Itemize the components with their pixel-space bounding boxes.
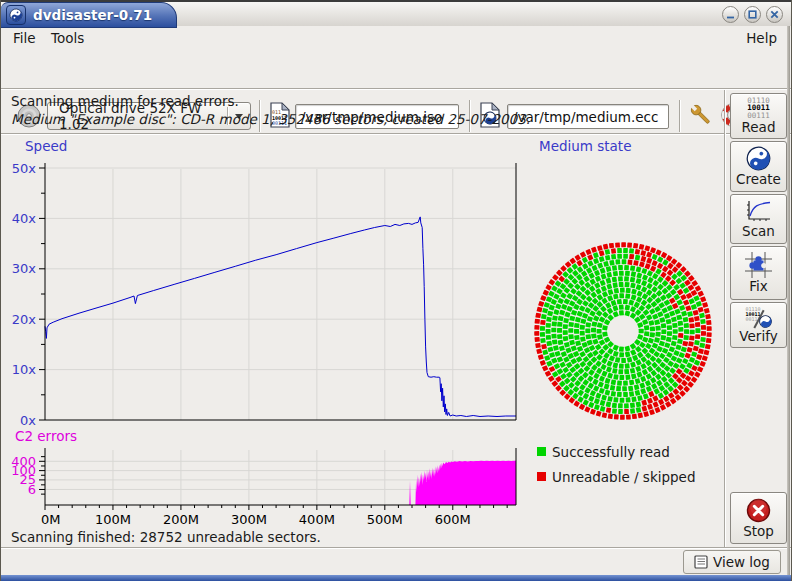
dvdisaster-window: dvdisaster-0.71 File Tools Help: [0, 0, 792, 581]
svg-text:50x: 50x: [12, 161, 37, 176]
read-binary-icon: 01110 10011 00111: [747, 97, 770, 120]
status-header: Scanning medium for read errors. Medium …: [11, 92, 530, 128]
scan-button[interactable]: Scan: [730, 194, 787, 244]
ecc-file-input[interactable]: [507, 104, 669, 129]
svg-text:0M: 0M: [41, 512, 61, 527]
titlebar[interactable]: dvdisaster-0.71: [1, 0, 791, 26]
title-tab: dvdisaster-0.71: [1, 2, 177, 28]
window-bottom-border: [1, 575, 791, 581]
read-button[interactable]: 01110 10011 00111 Read: [730, 93, 787, 139]
window-title: dvdisaster-0.71: [33, 7, 152, 23]
svg-text:30x: 30x: [12, 261, 37, 276]
stop-button[interactable]: Stop: [730, 492, 787, 544]
action-sidebar: 01110 10011 00111 Read Create: [728, 90, 789, 547]
app-yinyang-icon: [6, 5, 26, 25]
svg-text:300M: 300M: [231, 512, 267, 527]
maximize-button[interactable]: [744, 6, 761, 23]
menu-help[interactable]: Help: [740, 28, 783, 48]
svg-text:400M: 400M: [299, 512, 335, 527]
preferences-wrench-icon[interactable]: [687, 101, 715, 129]
close-button[interactable]: [766, 6, 783, 23]
svg-text:400: 400: [11, 454, 36, 469]
legend-unreadable: Unreadable / skipped: [537, 464, 695, 489]
create-yinyang-icon: [746, 146, 771, 171]
status-line2: Medium "Example disc": CD-R mode 1, 3524…: [11, 110, 530, 128]
medium-state-legend: Successfully read Unreadable / skipped: [537, 439, 695, 489]
svg-text:0x: 0x: [20, 413, 36, 428]
svg-text:200M: 200M: [163, 512, 199, 527]
unreadable-swatch: [537, 472, 546, 481]
stop-icon: [746, 498, 771, 523]
fix-puzzle-icon: [745, 252, 772, 278]
read-swatch: [537, 447, 546, 456]
fix-button[interactable]: Fix: [730, 246, 787, 300]
scan-result-status: Scanning finished: 28752 unreadable sect…: [11, 529, 321, 545]
scan-chart-icon: [745, 199, 772, 223]
menu-file[interactable]: File: [7, 28, 42, 48]
legend-read: Successfully read: [537, 439, 695, 464]
log-list-icon: [694, 555, 708, 569]
verify-button[interactable]: 01110 10011 00111 Verify: [730, 302, 787, 348]
verify-compare-icon: 01110 10011 00111: [746, 306, 772, 328]
minimize-button[interactable]: [722, 6, 739, 23]
create-button[interactable]: Create: [730, 141, 787, 192]
svg-text:40x: 40x: [12, 211, 37, 226]
svg-text:10x: 10x: [12, 362, 37, 377]
status-line1: Scanning medium for read errors.: [11, 92, 530, 110]
view-log-button[interactable]: View log: [683, 550, 781, 574]
svg-text:20x: 20x: [12, 312, 37, 327]
menubar: File Tools Help: [1, 28, 791, 48]
menu-tools[interactable]: Tools: [45, 28, 90, 48]
svg-text:100M: 100M: [95, 512, 131, 527]
statusbar: View log: [1, 549, 791, 575]
toolbar: Optical drive 52X FW 1.02 011 10011 0011…: [1, 48, 791, 88]
svg-text:500M: 500M: [367, 512, 403, 527]
svg-text:600M: 600M: [435, 512, 471, 527]
